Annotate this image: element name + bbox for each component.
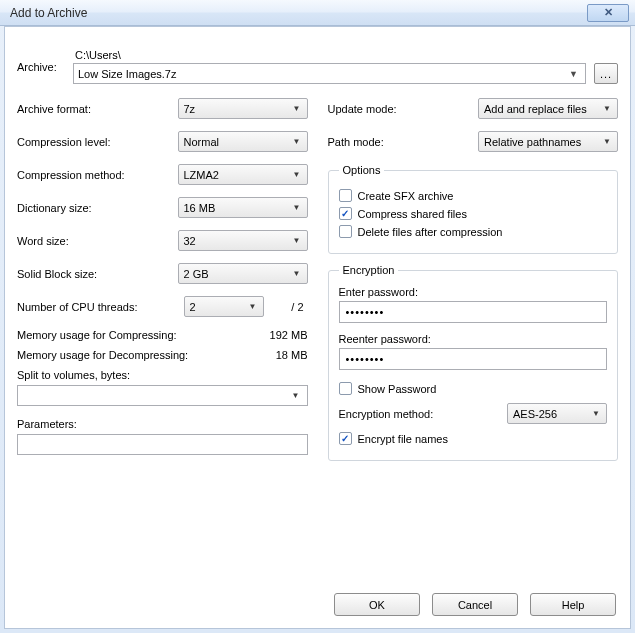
chevron-down-icon: ▼ (600, 104, 614, 113)
ok-button[interactable]: OK (334, 593, 420, 616)
encrypt-names-label: Encrypt file names (358, 433, 448, 445)
params-label: Parameters: (17, 418, 308, 430)
method-label: Compression method: (17, 169, 178, 181)
dialog-frame: Archive: C:\Users\ Low Size Images.7z ▼ … (4, 26, 631, 629)
chevron-down-icon: ▼ (290, 203, 304, 212)
chevron-down-icon: ▼ (290, 104, 304, 113)
mem-comp-value: 192 MB (270, 329, 308, 341)
encryption-group: Encryption Enter password: Reenter passw… (328, 264, 619, 461)
show-pw-label: Show Password (358, 383, 437, 395)
sfx-label: Create SFX archive (358, 190, 454, 202)
archive-path: C:\Users\ (73, 49, 618, 61)
update-combo[interactable]: Add and replace files ▼ (478, 98, 618, 119)
shared-label: Compress shared files (358, 208, 467, 220)
options-group: Options Create SFX archive Compress shar… (328, 164, 619, 254)
solid-combo[interactable]: 2 GB ▼ (178, 263, 308, 284)
cancel-button[interactable]: Cancel (432, 593, 518, 616)
close-button[interactable]: ✕ (587, 4, 629, 22)
archive-label: Archive: (17, 49, 73, 73)
chevron-down-icon: ▼ (589, 409, 603, 418)
split-label: Split to volumes, bytes: (17, 369, 308, 381)
word-combo[interactable]: 32 ▼ (178, 230, 308, 251)
dict-combo[interactable]: 16 MB ▼ (178, 197, 308, 218)
options-legend: Options (339, 164, 385, 176)
cpu-combo[interactable]: 2 ▼ (184, 296, 264, 317)
cpu-label: Number of CPU threads: (17, 301, 184, 313)
archive-filename-value: Low Size Images.7z (78, 68, 566, 80)
word-label: Word size: (17, 235, 178, 247)
chevron-down-icon: ▼ (290, 170, 304, 179)
pathmode-label: Path mode: (328, 136, 479, 148)
dict-label: Dictionary size: (17, 202, 178, 214)
cpu-total: / 2 (264, 301, 308, 313)
split-combo[interactable]: ▼ (17, 385, 308, 406)
delete-label: Delete files after compression (358, 226, 503, 238)
chevron-down-icon: ▼ (289, 391, 303, 400)
reenter-pw-input[interactable] (339, 348, 608, 370)
params-input[interactable] (17, 434, 308, 455)
level-label: Compression level: (17, 136, 178, 148)
method-combo[interactable]: LZMA2 ▼ (178, 164, 308, 185)
delete-checkbox[interactable] (339, 225, 352, 238)
shared-checkbox[interactable] (339, 207, 352, 220)
browse-label: ... (600, 68, 612, 80)
format-label: Archive format: (17, 103, 178, 115)
enc-method-label: Encryption method: (339, 408, 500, 420)
enc-method-combo[interactable]: AES-256 ▼ (507, 403, 607, 424)
enter-pw-label: Enter password: (339, 286, 608, 298)
titlebar: Add to Archive ✕ (0, 0, 635, 26)
format-combo[interactable]: 7z ▼ (178, 98, 308, 119)
close-icon: ✕ (604, 6, 613, 19)
chevron-down-icon: ▼ (290, 137, 304, 146)
chevron-down-icon: ▼ (290, 269, 304, 278)
mem-comp-label: Memory usage for Compressing: (17, 329, 177, 341)
solid-label: Solid Block size: (17, 268, 178, 280)
show-pw-checkbox[interactable] (339, 382, 352, 395)
encryption-legend: Encryption (339, 264, 399, 276)
level-combo[interactable]: Normal ▼ (178, 131, 308, 152)
pathmode-combo[interactable]: Relative pathnames ▼ (478, 131, 618, 152)
chevron-down-icon: ▼ (600, 137, 614, 146)
chevron-down-icon: ▼ (290, 236, 304, 245)
archive-filename-combo[interactable]: Low Size Images.7z ▼ (73, 63, 586, 84)
sfx-checkbox[interactable] (339, 189, 352, 202)
enter-pw-input[interactable] (339, 301, 608, 323)
help-button[interactable]: Help (530, 593, 616, 616)
window-title: Add to Archive (10, 6, 87, 20)
reenter-pw-label: Reenter password: (339, 333, 608, 345)
chevron-down-icon: ▼ (566, 64, 581, 83)
mem-decomp-value: 18 MB (276, 349, 308, 361)
mem-decomp-label: Memory usage for Decompressing: (17, 349, 188, 361)
browse-button[interactable]: ... (594, 63, 618, 84)
chevron-down-icon: ▼ (246, 302, 260, 311)
update-label: Update mode: (328, 103, 479, 115)
encrypt-names-checkbox[interactable] (339, 432, 352, 445)
